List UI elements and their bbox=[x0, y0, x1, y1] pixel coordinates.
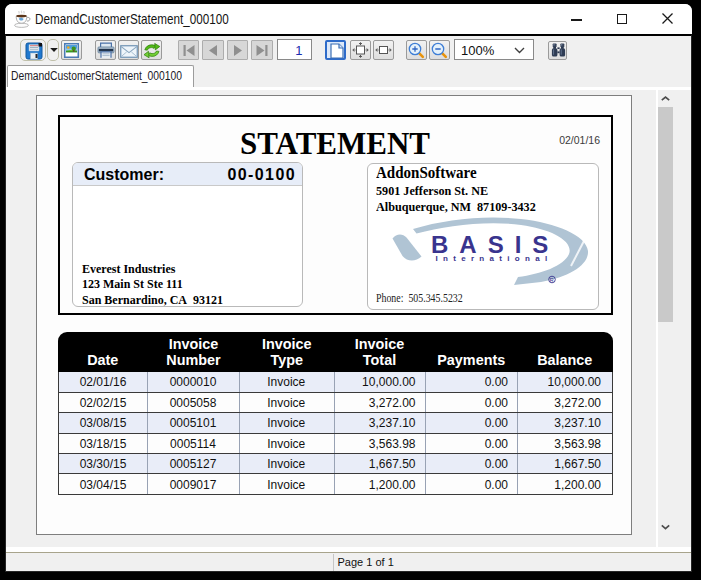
svg-text:International: International bbox=[436, 254, 553, 263]
svg-text:R: R bbox=[550, 277, 554, 283]
